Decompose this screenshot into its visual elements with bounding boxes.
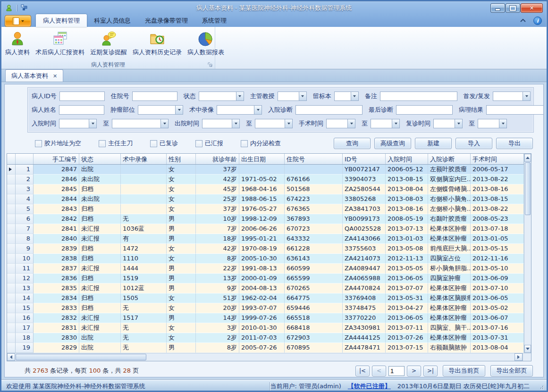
ribbon-tab[interactable]: 病人资料管理	[36, 14, 87, 27]
scrollbar-track[interactable]	[147, 353, 514, 361]
column-header[interactable]: 状态	[79, 154, 121, 164]
dialog-launcher-icon[interactable]	[208, 62, 213, 67]
ribbon-button[interactable]: 病人资料	[2, 29, 33, 58]
table-row[interactable]: 142834归档1505女51岁1962-02-0466477533769408…	[7, 293, 524, 303]
h-scrollbar[interactable]	[7, 353, 523, 361]
combo-input[interactable]	[59, 119, 89, 128]
combo-dropdown-button[interactable]	[347, 119, 355, 128]
combo-input[interactable]	[138, 105, 175, 115]
combo-dropdown-button[interactable]	[232, 119, 240, 128]
checkbox[interactable]: 胶片地址为空	[35, 139, 81, 148]
combo-dropdown-button[interactable]	[89, 119, 97, 128]
license-link[interactable]: 【软件已注册】	[348, 382, 391, 391]
filter-input[interactable]	[486, 105, 544, 115]
table-row[interactable]: 32845归档女45岁1968-04-16501568ZA25805442013…	[7, 184, 524, 194]
ribbon-button[interactable]: 病人资料历史记录	[130, 29, 185, 58]
table-row[interactable]: 182830出院无女2岁2011-07-03672903ZA4444125201…	[7, 333, 524, 343]
checkbox[interactable]: 内分泌检查	[241, 139, 281, 148]
combo-input[interactable]	[199, 92, 236, 101]
table-row[interactable]: 162832未汇报1517男14岁1999-07-266655183377022…	[7, 313, 524, 323]
combo-dropdown-button[interactable]	[299, 92, 307, 101]
filter-combo[interactable]	[202, 119, 240, 128]
table-row[interactable]: 12847出院女37岁YB00721472006-05-12左额叶胶质瘤2006…	[7, 165, 524, 175]
table-row[interactable]: 82840未汇报有男18岁1995-01-21643332ZA414306620…	[7, 234, 524, 244]
chevron-up-icon[interactable]	[520, 19, 526, 23]
table-row[interactable]: 172831未汇报无女3岁2010-01-30668418ZA343098120…	[7, 323, 524, 333]
action-button[interactable]: 导出	[496, 138, 533, 149]
table-row[interactable]: 122836归档1519男13岁2000-01-09665599ZA406598…	[7, 274, 524, 284]
combo-dropdown-button[interactable]	[455, 119, 463, 128]
filter-combo[interactable]	[217, 105, 262, 115]
filter-combo[interactable]	[334, 92, 359, 101]
combo-input[interactable]	[371, 119, 392, 128]
export-current-button[interactable]: 导出当前页	[443, 365, 485, 376]
app-menu-button[interactable]	[5, 15, 31, 27]
combo-input[interactable]	[278, 92, 299, 101]
column-header[interactable]: 就诊年龄	[196, 154, 239, 164]
table-row[interactable]: 152833归档无女20岁1993-07-0765944633748475201…	[7, 303, 524, 313]
resize-grip[interactable]	[538, 384, 544, 389]
action-button[interactable]: 查询	[334, 138, 371, 149]
combo-input[interactable]	[326, 119, 347, 128]
ribbon-button[interactable]: 术后病人汇报资料	[33, 29, 87, 58]
combo-input[interactable]	[334, 92, 351, 101]
combo-input[interactable]	[255, 119, 285, 128]
close-icon[interactable]: ✕	[53, 73, 57, 79]
combo-dropdown-button[interactable]	[499, 119, 507, 128]
filter-combo[interactable]	[278, 92, 307, 101]
checkbox-box[interactable]	[195, 140, 202, 147]
checkbox-box[interactable]	[150, 140, 157, 147]
scrollbar-thumb[interactable]	[525, 162, 531, 215]
ribbon-tab[interactable]: 科室人员信息	[87, 14, 138, 27]
table-row[interactable]: 92839归档1472女42岁1970-08-19661228337556032…	[7, 244, 524, 254]
combo-dropdown-button[interactable]	[236, 92, 244, 101]
filter-input[interactable]	[396, 105, 453, 115]
table-row[interactable]: 62842归档无男10岁1998-12-09367893YB0099173200…	[7, 214, 524, 224]
filter-combo[interactable]	[199, 92, 244, 101]
checkbox[interactable]: 已复诊	[150, 139, 178, 148]
filter-input[interactable]	[59, 105, 104, 115]
filter-combo[interactable]	[371, 119, 400, 128]
page-input[interactable]	[388, 366, 405, 376]
layout-icon[interactable]	[21, 4, 28, 11]
action-button[interactable]: 新建	[415, 138, 452, 149]
table-row[interactable]: 72841未汇报1036蓝男7岁2006-06-26670723QA002552…	[7, 224, 524, 234]
combo-input[interactable]	[493, 92, 523, 101]
column-header[interactable]: 入院诊断	[428, 154, 471, 164]
ribbon-tab[interactable]: 光盘录像带管理	[138, 14, 195, 27]
scroll-left-button[interactable]	[7, 353, 15, 361]
filter-input[interactable]	[380, 92, 457, 101]
filter-combo[interactable]	[59, 119, 97, 128]
column-header[interactable]: 性别	[167, 154, 196, 164]
filter-combo[interactable]	[493, 92, 531, 101]
filter-combo[interactable]	[112, 119, 169, 128]
combo-input[interactable]	[433, 119, 455, 128]
last-page-button[interactable]: >|	[423, 366, 438, 376]
first-page-button[interactable]: |<	[355, 366, 370, 376]
combo-dropdown-button[interactable]	[523, 92, 531, 101]
scroll-up-button[interactable]	[524, 154, 531, 162]
prev-page-button[interactable]: <	[372, 366, 386, 376]
doc-tab[interactable]: 病人基本资料 ✕	[5, 69, 63, 82]
filter-input[interactable]	[132, 92, 177, 101]
scroll-right-button[interactable]	[514, 353, 523, 361]
combo-dropdown-button[interactable]	[254, 105, 262, 115]
column-header[interactable]: 手术时间	[471, 154, 524, 164]
ribbon-button[interactable]: 病人数据报表	[185, 29, 227, 58]
action-button[interactable]: 高级查询	[374, 138, 411, 149]
app-icon[interactable]	[5, 4, 13, 12]
table-row[interactable]: 22846未出院女42岁1971-05-02676166339040732013…	[7, 175, 524, 184]
filter-input[interactable]	[295, 105, 363, 115]
checkbox-box[interactable]	[99, 140, 106, 147]
combo-dropdown-button[interactable]	[285, 119, 293, 128]
checkbox[interactable]: 主任主刀	[99, 139, 133, 148]
combo-input[interactable]	[217, 105, 254, 115]
scrollbar-track[interactable]	[524, 216, 531, 345]
combo-dropdown-button[interactable]	[175, 105, 183, 115]
table-row[interactable]: 192829出院无男8岁2005-07-26670895ZA4478471201…	[7, 343, 524, 353]
filter-combo[interactable]	[138, 105, 183, 115]
filter-combo[interactable]	[478, 119, 507, 128]
table-row[interactable]: 102838归档1110女8岁2005-10-30636143ZA4214073…	[7, 254, 524, 264]
column-header[interactable]: ID号	[343, 154, 386, 164]
filter-combo[interactable]	[255, 119, 293, 128]
